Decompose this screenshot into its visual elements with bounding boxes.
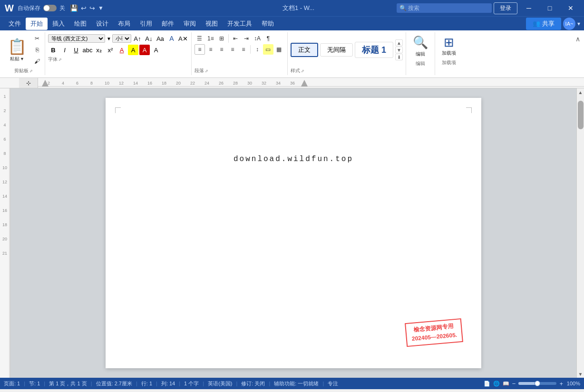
view-read-icon[interactable]: 📖 [503,381,509,387]
cut-button[interactable]: ✂ [31,33,43,44]
menu-review[interactable]: 审阅 [179,18,201,30]
decrease-indent-button[interactable]: ⇤ [230,33,241,44]
user-avatar[interactable]: IA~ [563,18,575,30]
justify-button[interactable]: ≡ [227,44,238,55]
highlight-button[interactable]: A [128,45,138,55]
multilevel-list-button[interactable]: ⊞ [216,33,227,44]
bold-button[interactable]: B [48,45,58,55]
styles-scroll-up[interactable]: ▲ [395,39,403,46]
scroll-thumb[interactable] [578,101,584,129]
title-text: 文档1 - W... [282,4,314,11]
menu-home[interactable]: 开始 [26,18,48,30]
strikethrough-button[interactable]: abc [82,45,93,55]
font-expand-icon[interactable]: ⬀ [58,57,62,62]
clipboard-expand-icon[interactable]: ⬀ [29,69,33,73]
underline-button[interactable]: U [71,45,81,55]
page-corner-tr [466,107,472,113]
format-painter-button[interactable]: 🖌 [31,56,43,67]
text-effects-button[interactable]: A [166,33,177,44]
profile-expand[interactable]: ▾ [577,20,580,27]
line-spacing-button[interactable]: ↕ [252,44,263,55]
toolbar-icon-undo[interactable]: ↩ [81,4,87,12]
show-marks-button[interactable]: ¶ [263,33,273,44]
menu-file[interactable]: 文件 [4,18,26,30]
styles-expand-icon[interactable]: ⬀ [301,69,304,73]
title-right: 🔍 登录 ─ □ ✕ [397,0,580,16]
autosave-toggle[interactable] [43,5,57,11]
menu-references[interactable]: 引用 [135,18,157,30]
clear-format-button[interactable]: A✕ [178,33,188,44]
zoom-in-button[interactable]: + [559,380,563,387]
font-size-select[interactable]: 小初 [112,34,131,43]
distribute-button[interactable]: ≡ [238,44,249,55]
zoom-thumb[interactable] [535,381,540,386]
shading-button[interactable]: ▭ [263,44,273,55]
font-name-expand[interactable]: ▼ [107,36,111,41]
style-heading1-button[interactable]: 标题 1 [355,42,393,58]
style-no-gap-button[interactable]: 无间隔 [320,43,353,57]
text-shading-button[interactable]: A [139,45,150,55]
paragraph-expand-icon[interactable]: ⬀ [205,69,208,73]
col-info: 列: 14 [161,380,175,387]
style-normal-button[interactable]: 正文 [291,43,318,57]
search-input[interactable] [397,3,492,13]
editing-button[interactable]: 🔍 编辑 [409,33,432,59]
close-button[interactable]: ✕ [561,0,580,16]
zoom-slider[interactable] [518,382,556,385]
scroll-up-button[interactable]: ▲ [577,88,584,96]
svg-text:2: 2 [3,108,6,113]
menu-view[interactable]: 视图 [201,18,223,30]
styles-scroll-down[interactable]: ▼ [395,47,403,53]
font-size-up-button[interactable]: A↑ [132,33,143,44]
increase-indent-button[interactable]: ⇥ [241,33,252,44]
zoom-out-button[interactable]: − [512,380,516,387]
addins-button[interactable]: ⊞ 加载项 [438,33,460,58]
scroll-down-button[interactable]: ▼ [577,370,584,378]
minimize-button[interactable]: ─ [519,0,538,16]
autosave-label: 自动保存 [18,4,40,12]
menu-layout[interactable]: 布局 [113,18,135,30]
bullets-button[interactable]: ☰ [195,33,205,44]
styles-expand-button[interactable]: ⬇ [395,54,403,60]
maximize-button[interactable]: □ [540,0,559,16]
toolbar-icon-customize[interactable]: ▼ [98,5,104,11]
borders-button[interactable]: ▦ [274,44,284,55]
sort-button[interactable]: ↕A [252,33,263,44]
menu-draw[interactable]: 绘图 [69,18,91,30]
ribbon-collapse-button[interactable]: ∧ [574,34,582,44]
menu-insert[interactable]: 插入 [48,18,69,30]
menu-developer[interactable]: 开发工具 [223,18,257,30]
status-sep8: | [236,381,237,386]
ruler-corner[interactable]: ⊹ [19,78,38,88]
zoom-level[interactable]: 100% [566,381,580,386]
share-button[interactable]: 👥 共享 [526,18,561,30]
subscript-button[interactable]: x₂ [94,45,104,55]
vertical-scrollbar[interactable]: ▲ ▼ [576,88,584,378]
login-button[interactable]: 登录 [494,2,517,14]
document-text[interactable]: download.wildfun.top [144,155,443,163]
document-page[interactable]: download.wildfun.top 榆念资源网专用 202405—2026… [106,98,481,368]
numbering-button[interactable]: 1≡ [205,33,216,44]
menu-design[interactable]: 设计 [91,18,113,30]
paste-button[interactable]: 📋 粘贴▼ [4,33,30,67]
align-center-button[interactable]: ≡ [205,44,216,55]
font-color-button[interactable]: A [117,45,127,55]
copy-button[interactable]: ⎘ [31,45,43,55]
toolbar-icon-redo[interactable]: ↪ [89,4,95,12]
font-size-down-button[interactable]: A↓ [144,33,154,44]
menu-help[interactable]: 帮助 [257,18,279,30]
superscript-button[interactable]: x² [105,45,116,55]
view-web-icon[interactable]: 🌐 [493,381,500,387]
align-right-button[interactable]: ≡ [216,44,227,55]
addins-icon: ⊞ [444,35,454,50]
focus-mode[interactable]: 专注 [328,380,338,387]
view-print-icon[interactable]: 📄 [484,381,490,387]
font-name-select[interactable]: 等线 (西文正文) [48,34,105,43]
change-case-button[interactable]: Aa [155,33,165,44]
toolbar-icon-save[interactable]: 💾 [70,4,78,12]
italic-button[interactable]: I [59,45,70,55]
align-left-button[interactable]: ≡ [195,44,205,55]
char-border-button[interactable]: A [151,45,161,55]
scroll-track[interactable] [577,96,584,370]
menu-mail[interactable]: 邮件 [157,18,179,30]
